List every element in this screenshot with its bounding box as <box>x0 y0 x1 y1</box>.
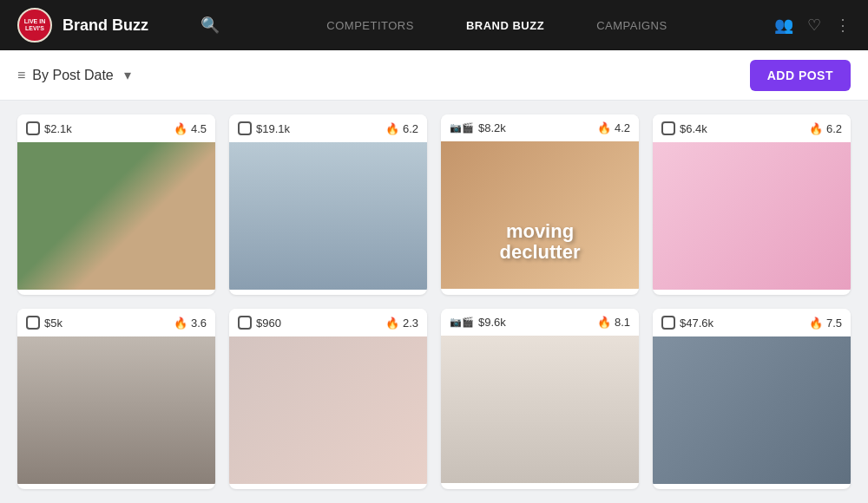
fire-icon: 🔥 <box>174 122 187 135</box>
card-image <box>441 336 639 483</box>
fire-icon: 🔥 <box>174 317 187 330</box>
posts-grid: $2.1k 🔥 4.5 Mary Powers ✔ 👍 705 <box>0 101 868 503</box>
main-nav: COMPETITORS BRAND BUZZ CAMPAIGNS <box>220 19 774 32</box>
people-icon[interactable]: 👥 <box>774 16 793 35</box>
post-card: $2.1k 🔥 4.5 Mary Powers ✔ 👍 705 <box>17 114 215 295</box>
header-actions: 👥 ♡ ⋮ <box>774 16 851 35</box>
post-card: $47.6k 🔥 7.5 <box>653 309 851 489</box>
metric-value: $2.1k <box>44 122 72 135</box>
metric-value: $5k <box>44 317 62 330</box>
card-metric-right: 🔥 6.2 <box>385 122 418 135</box>
score-value: 6.2 <box>403 122 418 135</box>
score-value: 7.5 <box>826 317 842 330</box>
fire-icon: 🔥 <box>385 122 399 135</box>
post-card: $19.1k 🔥 6.2 Shateria Moragne EL ✔ 👍 11.… <box>229 114 427 295</box>
metric-value: $19.1k <box>256 122 290 135</box>
card-body <box>229 484 427 489</box>
card-body <box>653 484 851 489</box>
fire-icon: 🔥 <box>809 317 823 330</box>
instagram-icon <box>238 316 252 330</box>
card-metric-left: $5k <box>26 316 62 330</box>
multi-platform-icon: 📷🎬 <box>450 317 474 328</box>
card-body: Sarah Therese ✔ 👍 2k 💬 123 👁40.3k 🚩 <box>441 289 639 295</box>
sort-control[interactable]: ≡ By Post Date ▾ <box>17 68 131 83</box>
post-card: 📷🎬 $9.6k 🔥 8.1 <box>441 309 639 489</box>
more-options-icon[interactable]: ⋮ <box>835 16 851 35</box>
card-metric-left: $47.6k <box>661 316 713 330</box>
post-card: 📷🎬 $8.2k 🔥 4.2 movingdeclutter Sarah The… <box>441 114 639 295</box>
fire-icon: 🔥 <box>597 121 611 134</box>
search-button[interactable]: 🔍 <box>201 16 220 35</box>
card-header: 📷🎬 $8.2k 🔥 4.2 <box>441 114 639 141</box>
card-image: movingdeclutter <box>441 141 639 289</box>
image-overlay-text: movingdeclutter <box>441 221 639 263</box>
score-value: 8.1 <box>615 316 630 329</box>
card-header: $19.1k 🔥 6.2 <box>229 114 427 142</box>
sort-icon: ≡ <box>17 68 25 83</box>
card-metric-right: 🔥 4.5 <box>174 122 207 135</box>
card-body <box>17 484 215 489</box>
card-image <box>653 142 851 290</box>
multi-platform-icon: 📷🎬 <box>450 122 474 134</box>
card-metric-right: 🔥 4.2 <box>597 121 630 134</box>
app-header: LIVE INLEVI'S Brand Buzz 🔍 COMPETITORS B… <box>0 0 868 50</box>
metric-value: $47.6k <box>680 317 713 330</box>
card-body: Shateria Moragne EL ✔ 👍 11.7k 💬 109 🚩 <box>229 290 427 295</box>
card-body: Mary Powers ✔ 👍 705 💬 64 🚩 Not in a <box>17 290 215 295</box>
score-value: 3.6 <box>191 317 207 330</box>
card-image <box>17 336 215 484</box>
fire-icon: 🔥 <box>597 316 611 329</box>
card-image <box>229 336 427 484</box>
nav-competitors[interactable]: COMPETITORS <box>300 19 440 32</box>
brand-logo: LIVE INLEVI'S <box>17 8 52 42</box>
metric-value: $8.2k <box>478 121 506 134</box>
toolbar: ≡ By Post Date ▾ ADD POST <box>0 50 868 101</box>
card-header: $2.1k 🔥 4.5 <box>17 114 215 142</box>
card-metric-left: $6.4k <box>661 121 707 135</box>
instagram-icon <box>661 316 675 330</box>
sort-select[interactable]: By Post Date <box>32 68 131 82</box>
card-metric-right: 🔥 2.3 <box>385 317 418 330</box>
score-value: 6.2 <box>826 122 842 135</box>
card-header: $960 🔥 2.3 <box>229 309 427 336</box>
instagram-icon <box>238 121 252 135</box>
card-body: Live Love Chardonnay ✔ 👍 3.1k 💬 81 🚩 <box>653 290 851 295</box>
card-header: $5k 🔥 3.6 <box>17 309 215 336</box>
nav-campaigns[interactable]: CAMPAIGNS <box>570 19 694 32</box>
sort-wrapper[interactable]: By Post Date ▾ <box>32 68 131 82</box>
fire-icon: 🔥 <box>385 317 399 330</box>
card-metric-left: $2.1k <box>26 121 72 135</box>
card-metric-right: 🔥 6.2 <box>809 122 842 135</box>
instagram-icon <box>661 121 675 135</box>
card-metric-left: $19.1k <box>238 121 290 135</box>
card-image <box>17 142 215 290</box>
metric-value: $6.4k <box>680 122 707 135</box>
app-title: Brand Buzz <box>62 16 148 35</box>
post-card: $960 🔥 2.3 <box>229 309 427 489</box>
card-metric-right: 🔥 3.6 <box>174 317 207 330</box>
nav-brand-buzz[interactable]: BRAND BUZZ <box>440 19 570 32</box>
instagram-icon <box>26 316 40 330</box>
post-card: $5k 🔥 3.6 <box>17 309 215 489</box>
card-image <box>653 336 851 484</box>
card-metric-left: $960 <box>238 316 281 330</box>
card-metric-left: 📷🎬 $9.6k <box>450 316 506 329</box>
card-header: $6.4k 🔥 6.2 <box>653 114 851 142</box>
post-card: $6.4k 🔥 6.2 Live Love Chardonnay ✔ 👍 3.1… <box>653 114 851 295</box>
card-header: 📷🎬 $9.6k 🔥 8.1 <box>441 309 639 336</box>
card-body <box>441 483 639 489</box>
card-image <box>229 142 427 290</box>
fire-icon: 🔥 <box>809 122 823 135</box>
card-metric-left: 📷🎬 $8.2k <box>450 121 506 134</box>
metric-value: $9.6k <box>478 316 506 329</box>
logo-area: LIVE INLEVI'S Brand Buzz <box>17 8 148 42</box>
score-value: 2.3 <box>403 317 418 330</box>
card-metric-right: 🔥 7.5 <box>809 317 842 330</box>
score-value: 4.5 <box>191 122 207 135</box>
score-value: 4.2 <box>615 121 630 134</box>
card-header: $47.6k 🔥 7.5 <box>653 309 851 336</box>
heart-icon[interactable]: ♡ <box>807 16 821 35</box>
add-post-button[interactable]: ADD POST <box>750 60 851 91</box>
metric-value: $960 <box>256 317 281 330</box>
card-metric-right: 🔥 8.1 <box>597 316 630 329</box>
